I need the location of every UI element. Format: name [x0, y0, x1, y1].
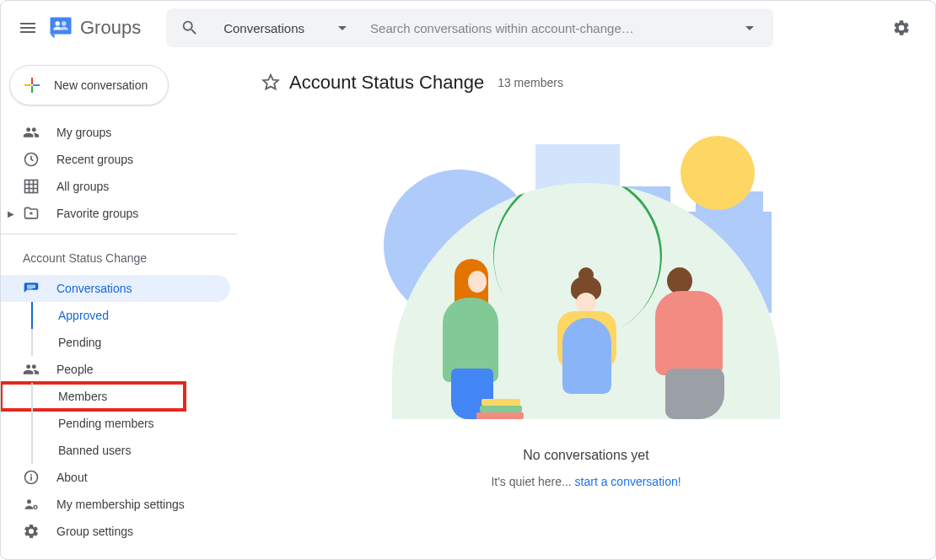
nav-label: Conversations: [56, 282, 132, 295]
nav-people[interactable]: People: [1, 356, 230, 383]
search-scope-dropdown[interactable]: Conversations: [207, 21, 363, 35]
new-conversation-label: New conversation: [54, 78, 148, 92]
sidebar: New conversation My groups Recent groups…: [1, 55, 237, 559]
plus-icon: [22, 75, 42, 95]
nav-all-groups[interactable]: All groups: [1, 173, 230, 200]
nav-label: Recent groups: [56, 153, 133, 166]
nav-pending-members[interactable]: Pending members: [1, 410, 230, 437]
search-options-button[interactable]: [733, 11, 767, 45]
dropdown-arrow-icon: [338, 26, 347, 30]
nav-my-groups[interactable]: My groups: [1, 119, 230, 146]
nav-approved[interactable]: Approved: [1, 302, 230, 329]
app-header: Groups Conversations: [1, 1, 935, 55]
nav-label: Approved: [58, 309, 109, 322]
search-input[interactable]: [363, 21, 733, 35]
start-conversation-link[interactable]: start a conversation!: [575, 475, 681, 488]
nav-banned-users[interactable]: Banned users: [1, 437, 230, 464]
nav-label: Banned users: [58, 444, 131, 457]
favorite-star-button[interactable]: [261, 73, 281, 93]
starred-folder-icon: [23, 205, 40, 222]
nav-label: Members: [58, 390, 107, 403]
gear-icon: [892, 19, 911, 37]
star-outline-icon: [261, 73, 280, 92]
nav-about[interactable]: About: [1, 464, 230, 491]
search-button[interactable]: [173, 11, 207, 45]
group-section-header: Account Status Change: [1, 241, 237, 275]
svg-rect-8: [25, 180, 38, 193]
groups-logo-icon: [48, 15, 73, 40]
expand-arrow-icon: ▶: [8, 209, 18, 218]
nav-members[interactable]: Members: [1, 383, 185, 410]
main-menu-button[interactable]: [8, 8, 48, 48]
empty-state-title: No conversations yet: [523, 448, 648, 463]
svg-point-11: [34, 506, 37, 509]
svg-rect-3: [31, 78, 33, 84]
divider: [1, 234, 237, 234]
settings-button[interactable]: [881, 8, 922, 48]
hamburger-icon: [18, 18, 38, 38]
svg-point-2: [62, 21, 67, 26]
nav-recent-groups[interactable]: Recent groups: [1, 146, 230, 173]
nav-label: All groups: [56, 180, 109, 193]
new-conversation-button[interactable]: New conversation: [9, 65, 169, 105]
person-gear-icon: [23, 496, 40, 513]
search-bar: Conversations: [166, 8, 773, 47]
search-icon: [180, 19, 199, 37]
page-title: Account Status Change: [289, 72, 484, 94]
nav-conversations[interactable]: Conversations: [1, 275, 230, 302]
dropdown-arrow-icon: [745, 26, 754, 30]
gear-icon: [23, 523, 40, 540]
empty-state: No conversations yet It's quiet here... …: [261, 127, 912, 488]
svg-rect-5: [24, 84, 31, 86]
nav-label: My groups: [56, 126, 111, 139]
empty-illustration: [384, 127, 788, 431]
clock-icon: [23, 151, 40, 168]
people-icon: [23, 361, 40, 378]
svg-rect-4: [31, 86, 33, 93]
nav-label: About: [56, 471, 88, 484]
empty-state-subtitle: It's quiet here... start a conversation!: [491, 475, 680, 488]
conversations-icon: [23, 280, 40, 297]
page-title-row: Account Status Change 13 members: [261, 72, 912, 94]
svg-rect-0: [51, 18, 72, 35]
nav-my-membership-settings[interactable]: My membership settings: [1, 491, 230, 518]
app-name: Groups: [80, 17, 141, 39]
app-logo[interactable]: Groups: [48, 15, 141, 40]
main-content: Account Status Change 13 members No conv…: [237, 55, 935, 559]
nav-label: My membership settings: [56, 498, 185, 511]
nav-favorite-groups[interactable]: ▶ Favorite groups: [1, 200, 230, 227]
nav-label: Group settings: [56, 525, 133, 538]
svg-rect-6: [33, 84, 40, 86]
nav-pending[interactable]: Pending: [1, 329, 230, 356]
empty-state-prefix: It's quiet here...: [491, 475, 574, 488]
nav-label: Pending members: [58, 417, 154, 430]
people-icon: [23, 124, 40, 141]
nav-label: Pending: [58, 336, 101, 349]
search-scope-label: Conversations: [223, 21, 304, 35]
info-icon: [23, 469, 40, 486]
grid-icon: [23, 178, 40, 195]
nav-group-settings[interactable]: Group settings: [1, 518, 230, 545]
nav-label: People: [56, 363, 94, 376]
svg-point-1: [56, 21, 61, 26]
member-count[interactable]: 13 members: [498, 76, 563, 89]
svg-point-10: [27, 499, 31, 503]
nav-label: Favorite groups: [56, 207, 138, 220]
